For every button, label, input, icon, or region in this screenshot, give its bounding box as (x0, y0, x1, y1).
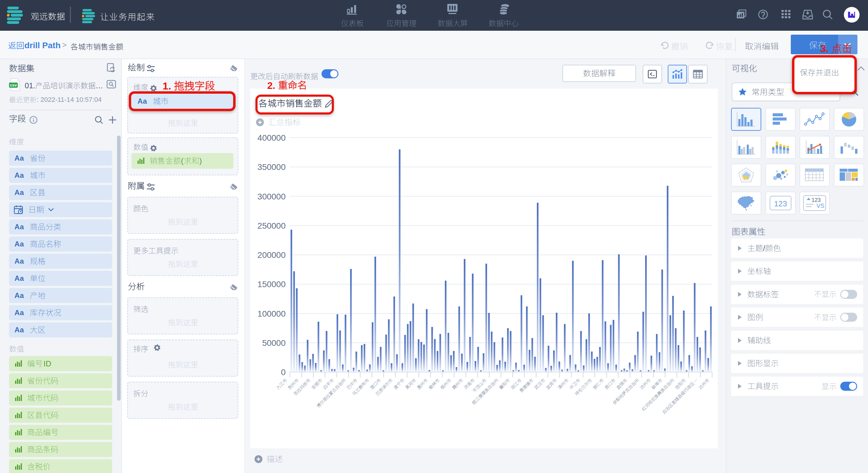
svg-text:400000: 400000 (257, 133, 286, 142)
svg-text:123: 123 (774, 199, 787, 208)
svg-text:300000: 300000 (257, 192, 286, 201)
svg-text:VS: VS (816, 202, 825, 209)
svg-text:100000: 100000 (257, 309, 286, 318)
svg-text:200000: 200000 (257, 250, 286, 260)
svg-text:350000: 350000 (257, 162, 286, 172)
svg-text:123: 123 (812, 197, 820, 203)
svg-text:250000: 250000 (257, 221, 286, 231)
svg-text:csv: csv (10, 83, 17, 88)
svg-text:50000: 50000 (262, 338, 286, 348)
svg-text:150000: 150000 (257, 279, 286, 289)
svg-text:0: 0 (281, 368, 286, 377)
